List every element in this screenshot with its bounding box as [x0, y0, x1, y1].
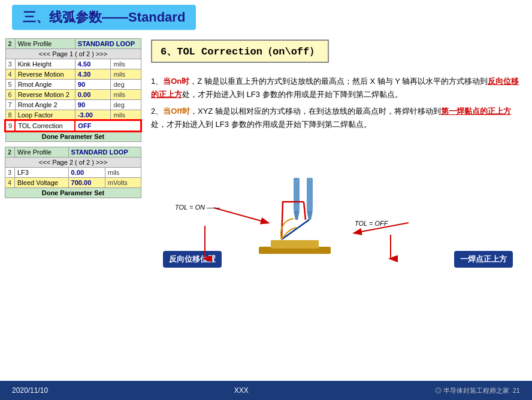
t1-done: Done Parameter Set [5, 131, 141, 142]
s1-body: ，Z 轴是以垂直上升的方式到达放线的最高点；然后 X 轴与 Y 轴再以水平的方式… [189, 77, 488, 86]
reverse-pos-label: 反向位移位置 [163, 251, 222, 268]
t1-h-val: STANDARD LOOP [75, 39, 141, 49]
t1-r4-name: Reverse Motion 2 [15, 90, 75, 100]
param-table-1: 2 Wire Profile STANDARD LOOP <<< Page 1 … [5, 38, 141, 142]
weld-pos-label: 一焊点正上方 [454, 251, 513, 268]
tol-on-wire [282, 202, 304, 240]
t1-r5-val: 90 [75, 100, 111, 110]
tol-on-arrow [214, 208, 268, 223]
t1-r3-val: 90 [75, 80, 111, 90]
t1-r2-num: 4 [5, 69, 15, 80]
right-tool [307, 178, 313, 211]
table2-page-row: <<< Page 2 ( of 2 ) >>> [5, 157, 141, 168]
t1-h-num: 2 [5, 39, 15, 49]
footer-page: 21 [513, 387, 520, 394]
t1-h-name: Wire Profile [15, 39, 75, 49]
t1-r1-num: 3 [5, 59, 15, 69]
weld-pos-label-text: 一焊点正上方 [460, 254, 507, 263]
t1-r2-name: Reverse Motion [15, 69, 75, 80]
s1-end: 处，才开始进入到 LF3 参数的作用或是开始下降到第二焊黏点。 [182, 90, 403, 99]
tol-correction-row: 9 TOL Correction OFF [5, 120, 141, 131]
tol-off-label-text: TOL = OFF [355, 220, 389, 227]
s2-body: ，XYZ 轴是以相对应的方式移动，在到达放线的最高点时，将焊针移动到 [190, 107, 441, 116]
tol-heading: 6、TOL Correction（on\off） [161, 46, 319, 57]
off-text: 当Off时 [163, 107, 190, 116]
t1-r7-val: OFF [75, 120, 141, 131]
footer-center: XXX [234, 386, 249, 395]
footer-date: 2020/11/10 [12, 386, 48, 395]
tol-heading-box: 6、TOL Correction（on\off） [151, 40, 329, 63]
table1-header-row: 2 Wire Profile STANDARD LOOP [5, 39, 141, 49]
t1-r6-num: 8 [5, 110, 15, 121]
t2-h-name: Wire Profile [15, 147, 69, 157]
done-parameter-row: Done Parameter Set [5, 131, 141, 142]
t2-r2-unit: mVolts [105, 178, 141, 188]
header: 三、线弧参数——Standard [0, 0, 532, 35]
s1-intro: 1、 [151, 77, 163, 86]
t2-r1-val: 0.00 [68, 168, 105, 178]
table-row: 3 Kink Height 4.50 mils [5, 59, 141, 69]
t1-r2-unit: mils [111, 69, 141, 80]
t2-r2-num: 4 [5, 178, 15, 188]
tol-on-wire-2 [304, 202, 306, 220]
t1-r4-unit: mils [111, 90, 141, 100]
left-tool-tip [294, 211, 300, 220]
t1-r5-num: 7 [5, 100, 15, 110]
t1-r3-name: Rmot Angle [15, 80, 75, 90]
t2-h-val: STANDARD LOOP [68, 147, 141, 157]
table-row: 8 Loop Factor -3.00 mils [5, 110, 141, 121]
left-panel: 2 Wire Profile STANDARD LOOP <<< Page 1 … [0, 35, 144, 382]
table-row: 5 Rmot Angle 90 deg [5, 80, 141, 90]
t1-r4-val: 0.00 [75, 90, 111, 100]
t1-r3-unit: deg [111, 80, 141, 90]
t2-h-num: 2 [5, 147, 15, 157]
diagram-area: TOL = ON —— TOL = OFF 反向位移位置 一焊点正上方 [151, 142, 525, 274]
t1-page: <<< Page 1 ( of 2 ) >>> [5, 49, 141, 59]
t1-r1-val: 4.50 [75, 59, 111, 69]
param-table-2: 2 Wire Profile STANDARD LOOP <<< Page 2 … [5, 147, 141, 198]
table-row: 4 Bleed Voltage 700.00 mVolts [5, 178, 141, 188]
t1-r3-num: 5 [5, 80, 15, 90]
t1-r5-name: Rmot Angle 2 [15, 100, 75, 110]
t1-r5-unit: deg [111, 100, 141, 110]
t1-r1-name: Kink Height [15, 59, 75, 69]
t1-r6-val: -3.00 [75, 110, 111, 121]
t2-r1-num: 3 [5, 168, 15, 178]
t1-r6-unit: mils [111, 110, 141, 121]
t1-r7-num: 9 [5, 120, 15, 131]
table1-page-row: <<< Page 1 ( of 2 ) >>> [5, 49, 141, 59]
t1-r7-name: TOL Correction [15, 120, 75, 131]
footer-logo-text: ◎ 半导体封装工程师之家 [435, 386, 509, 395]
t1-r6-name: Loop Factor [15, 110, 75, 121]
right-panel: 6、TOL Correction（on\off） 1、当On时，Z 轴是以垂直上… [144, 35, 532, 382]
footer-logo: ◎ 半导体封装工程师之家 21 [435, 386, 520, 395]
text-section-1: 1、当On时，Z 轴是以垂直上升的方式到达放线的最高点；然后 X 轴与 Y 轴再… [151, 75, 525, 135]
left-tool [294, 178, 300, 211]
t2-r2-name: Bleed Voltage [15, 178, 69, 188]
table-row: 4 Reverse Motion 4.30 mils [5, 69, 141, 80]
table-row: 6 Reverse Motion 2 0.00 mils [5, 90, 141, 100]
first-weld-text: 第一焊黏点的正上方 [441, 107, 511, 116]
t2-r1-unit: mils [105, 168, 141, 178]
t1-r1-unit: mils [111, 59, 141, 69]
header-title-box: 三、线弧参数——Standard [12, 5, 196, 30]
t2-r2-val: 700.00 [68, 178, 105, 188]
bond-pad [271, 240, 319, 249]
t2-done: Done Parameter Set [5, 188, 141, 198]
main-content: 2 Wire Profile STANDARD LOOP <<< Page 1 … [0, 35, 532, 382]
s2-intro: 2、 [151, 107, 163, 116]
s2-end: 处，才开始进入到 LF3 参数的作用或是开始下降到第二焊黏点。 [151, 120, 371, 129]
t2-r1-name: LF3 [15, 168, 69, 178]
t1-r2-val: 4.30 [75, 69, 111, 80]
table-row: 7 Rmot Angle 2 90 deg [5, 100, 141, 110]
done-parameter-row-2: Done Parameter Set [5, 188, 141, 198]
right-tool-tip [307, 211, 313, 220]
on-text: 当On时 [163, 77, 189, 86]
page-title: 三、线弧参数——Standard [23, 10, 185, 25]
table-row: 3 LF3 0.00 mils [5, 168, 141, 178]
t1-r4-num: 6 [5, 90, 15, 100]
t2-page: <<< Page 2 ( of 2 ) >>> [5, 157, 141, 168]
footer: 2020/11/10 XXX ◎ 半导体封装工程师之家 21 [0, 381, 532, 400]
reverse-pos-label-text: 反向位移位置 [169, 254, 216, 263]
table2-header-row: 2 Wire Profile STANDARD LOOP [5, 147, 141, 157]
